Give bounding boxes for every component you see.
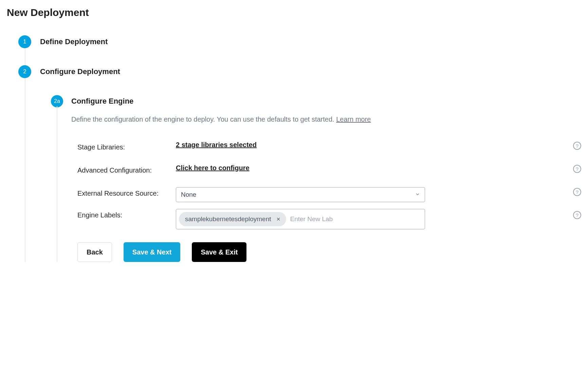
learn-more-link[interactable]: Learn more	[336, 116, 371, 123]
substep-description-text: Define the configuration of the engine t…	[71, 116, 336, 123]
step-configure-deployment[interactable]: 2 Configure Deployment	[18, 65, 581, 78]
select-value: None	[181, 191, 196, 198]
step-label: Configure Deployment	[40, 67, 120, 76]
link-stage-libraries[interactable]: 2 stage libraries selected	[176, 141, 257, 149]
link-advanced-config[interactable]: Click here to configure	[176, 164, 250, 172]
select-external-resource-source[interactable]: None	[176, 187, 425, 202]
engine-label-tag: samplekubernetesdeployment	[179, 212, 286, 226]
row-advanced-config: Advanced Configuration: Click here to co…	[77, 164, 581, 176]
row-stage-libraries: Stage Libraries: 2 stage libraries selec…	[77, 141, 581, 153]
close-icon[interactable]	[275, 216, 281, 222]
help-icon[interactable]: ?	[573, 142, 581, 150]
save-next-button[interactable]: Save & Next	[124, 242, 181, 262]
engine-labels-new-input[interactable]	[290, 215, 422, 223]
substep-number-badge: 2a	[51, 95, 63, 107]
save-exit-button[interactable]: Save & Exit	[192, 242, 246, 262]
page-title: New Deployment	[7, 7, 581, 18]
back-button[interactable]: Back	[77, 242, 112, 262]
chevron-down-icon	[415, 192, 420, 198]
help-icon[interactable]: ?	[573, 188, 581, 196]
help-icon[interactable]: ?	[573, 165, 581, 173]
label-external-resource-source: External Resource Source:	[77, 187, 176, 199]
step-number-badge: 1	[18, 35, 31, 48]
step-define-deployment[interactable]: 1 Define Deployment	[18, 35, 581, 48]
row-engine-labels: Engine Labels: samplekubernetesdeploymen…	[77, 209, 581, 229]
step-label: Define Deployment	[40, 37, 108, 46]
form-area: Stage Libraries: 2 stage libraries selec…	[77, 141, 581, 229]
label-advanced-config: Advanced Configuration:	[77, 164, 176, 176]
step-rail: 1 Define Deployment 2 Configure Deployme…	[7, 35, 581, 262]
substep-title: Configure Engine	[71, 97, 133, 106]
help-icon[interactable]: ?	[573, 211, 581, 219]
substep-description: Define the configuration of the engine t…	[71, 116, 581, 123]
substep-rail: 2a Configure Engine Define the configura…	[51, 95, 581, 262]
button-row: Back Save & Next Save & Exit	[77, 242, 581, 262]
tag-text: samplekubernetesdeployment	[185, 215, 271, 223]
engine-labels-input[interactable]: samplekubernetesdeployment	[176, 209, 425, 229]
label-stage-libraries: Stage Libraries:	[77, 141, 176, 153]
label-engine-labels: Engine Labels:	[77, 209, 176, 220]
substep-configure-engine[interactable]: 2a Configure Engine	[51, 95, 581, 107]
step-number-badge: 2	[18, 65, 31, 78]
row-external-resource-source: External Resource Source: None ?	[77, 187, 581, 202]
